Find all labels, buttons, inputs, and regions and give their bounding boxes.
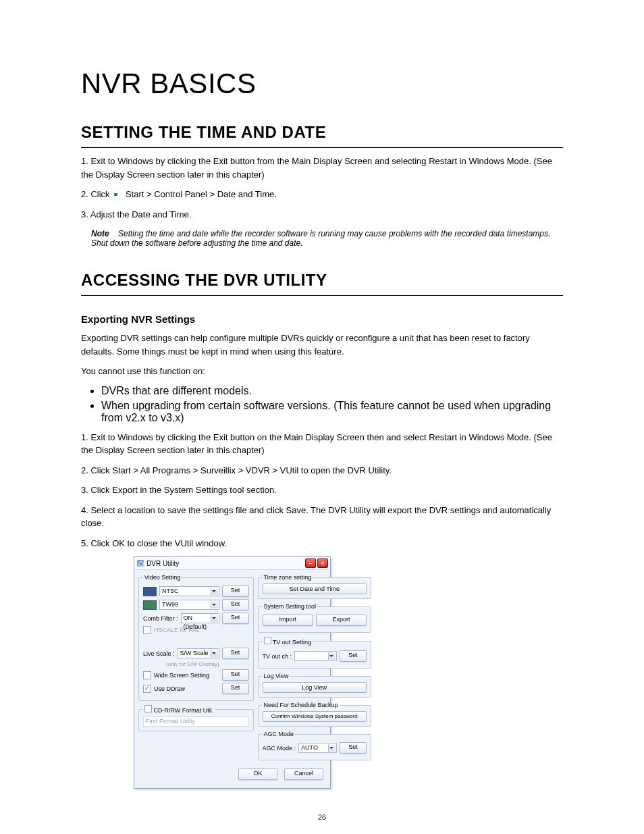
set-chip-button[interactable]: Set xyxy=(222,599,249,610)
note-label: Note xyxy=(91,229,109,238)
agc-label: AGC Mode : xyxy=(263,745,296,752)
note-text: Setting the time and date while the reco… xyxy=(91,229,550,248)
wave-icon xyxy=(143,600,157,610)
page-title: NVR BASICS xyxy=(81,68,563,100)
cd-format-checkbox[interactable] xyxy=(144,705,152,712)
video-setting-legend: Video Setting xyxy=(143,574,182,581)
set-ddraw-button[interactable]: Set xyxy=(222,683,249,694)
close-button[interactable]: × xyxy=(317,558,328,568)
agc-group: AGC Mode AGC Mode : AUTO Set xyxy=(258,731,372,760)
ok-button[interactable]: OK xyxy=(238,768,277,780)
windows-globe-icon xyxy=(112,190,123,201)
find-format-utility-field: Find Format Utility xyxy=(143,716,249,727)
step2-path: Start > Control Panel > Date and Time. xyxy=(126,189,277,199)
step2-prefix: 2. Click xyxy=(81,189,110,199)
subheading-exporting: Exporting NVR Settings xyxy=(81,313,563,325)
app-icon xyxy=(137,560,144,567)
minimize-button[interactable]: – xyxy=(305,558,316,568)
hscale-checkbox xyxy=(143,626,151,634)
export-step-1: 1. Exit to Windows by clicking the Exit … xyxy=(81,431,563,457)
export-intro-2: You cannot use this function on: xyxy=(81,365,563,378)
page-number: 26 xyxy=(81,813,563,821)
cancel-button[interactable]: Cancel xyxy=(284,768,323,780)
video-setting-group: Video Setting NTSC Set TW99 Set Comb Fil… xyxy=(138,574,254,701)
list-item: DVRs that are different models. xyxy=(101,385,563,397)
widescreen-label: Wide Screen Setting xyxy=(154,672,209,679)
agc-select[interactable]: AUTO xyxy=(298,743,337,753)
step-exit-windows-a: 1. Exit to Windows by clicking the Exit … xyxy=(81,155,563,181)
region-icon xyxy=(143,587,157,596)
cd-format-legend: CD-R/RW Format Util. xyxy=(154,707,214,714)
live-scale-hint: (only for S/W Overlay) xyxy=(166,661,249,667)
live-scale-select[interactable]: S/W Scale xyxy=(178,648,219,658)
step-adjust-datetime: 3. Adjust the Date and Time. xyxy=(81,208,563,221)
ddraw-checkbox[interactable]: ✓ xyxy=(143,685,151,693)
widescreen-checkbox[interactable] xyxy=(143,671,151,679)
timezone-group: Time zone setting Set Date and Time xyxy=(258,574,372,599)
export-restrictions: DVRs that are different models. When upg… xyxy=(101,385,563,424)
ddraw-label: Use DDraw xyxy=(154,685,185,692)
set-agc-button[interactable]: Set xyxy=(340,742,367,754)
set-livescale-button[interactable]: Set xyxy=(222,648,249,659)
tvout-label: TV out ch : xyxy=(263,653,292,660)
comb-filter-select[interactable]: ON (Default) xyxy=(181,613,219,623)
tvout-group: TV out Setting TV out ch : Set xyxy=(258,637,372,669)
set-ntsc-button[interactable]: Set xyxy=(222,585,249,597)
import-button[interactable]: Import xyxy=(263,615,313,626)
tvout-checkbox[interactable] xyxy=(264,637,271,644)
dvr-utility-window: DVR Utility – × Video Setting NTSC Set xyxy=(134,556,331,789)
logview-legend: Log View xyxy=(263,673,290,679)
export-intro-1: Exporting DVR settings can help configur… xyxy=(81,332,563,358)
note-box: Note Setting the time and date while the… xyxy=(91,229,563,248)
section-heading-dvr-utility: ACCESSING THE DVR UTILITY xyxy=(81,271,563,296)
tvout-legend: TV out Setting xyxy=(273,639,311,646)
window-titlebar[interactable]: DVR Utility – × xyxy=(134,557,330,570)
logview-group: Log View Log View xyxy=(258,673,372,698)
cd-format-group: CD-R/RW Format Util. Find Format Utility xyxy=(138,705,254,731)
set-widescreen-button[interactable]: Set xyxy=(222,669,249,681)
step-click-start: 2. Click Start > Control Panel > Date an… xyxy=(81,188,563,201)
set-tvout-button[interactable]: Set xyxy=(340,650,367,662)
set-date-time-button[interactable]: Set Date and Time xyxy=(263,583,367,594)
live-scale-label: Live Scale : xyxy=(143,650,175,657)
export-button[interactable]: Export xyxy=(316,615,367,626)
confirm-password-button[interactable]: Confirm Windows System password xyxy=(263,711,367,722)
export-step-5: 5. Click OK to close the VUtil window. xyxy=(81,537,563,550)
export-step-3: 3. Click Export in the System Settings t… xyxy=(81,484,563,497)
export-step-2: 2. Click Start > All Programs > Surveill… xyxy=(81,464,563,477)
window-title: DVR Utility xyxy=(146,560,179,567)
timezone-legend: Time zone setting xyxy=(263,574,313,581)
system-setting-legend: System Setting tool xyxy=(263,603,318,610)
export-step-4: 4. Select a location to save the setting… xyxy=(81,504,563,530)
schedule-backup-group: Need For Schedule Backup Confirm Windows… xyxy=(258,702,372,727)
agc-legend: AGC Mode xyxy=(263,731,296,737)
logview-button[interactable]: Log View xyxy=(263,682,367,693)
schedule-backup-legend: Need For Schedule Backup xyxy=(263,702,340,708)
chip-select[interactable]: TW99 xyxy=(159,600,219,610)
comb-filter-label: Comb Filter : xyxy=(143,615,178,622)
set-comb-filter-button[interactable]: Set xyxy=(222,613,249,624)
tvout-select[interactable] xyxy=(294,651,337,661)
ntsc-select[interactable]: NTSC xyxy=(159,586,219,596)
list-item: When upgrading from certain software ver… xyxy=(101,400,563,424)
system-setting-group: System Setting tool Import Export xyxy=(258,603,372,633)
section-heading-time-date: SETTING THE TIME AND DATE xyxy=(81,123,563,148)
